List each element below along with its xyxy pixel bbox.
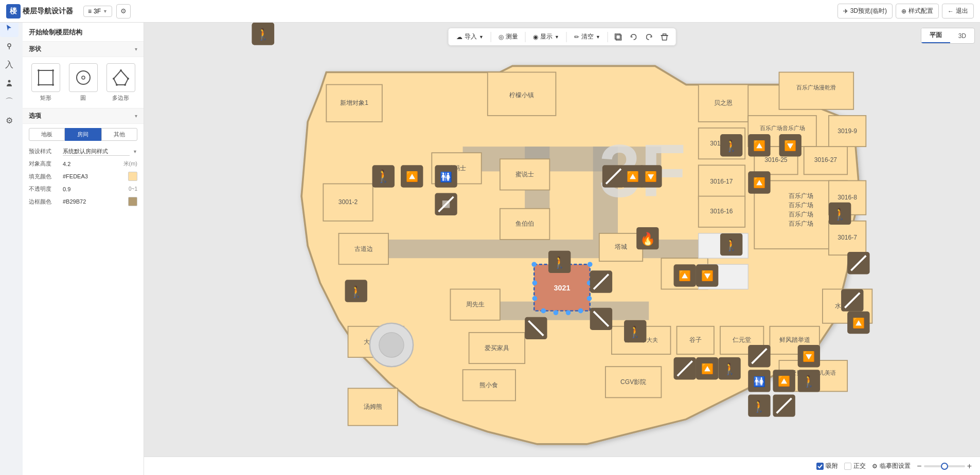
- svg-text:🚶: 🚶: [723, 362, 737, 376]
- floor-map[interactable]: 3F 新增对象1 柠檬小镇 3001-2 蜜说士 珍玛士 鱼伯伯 古道边: [144, 23, 980, 456]
- tab-other[interactable]: 其他: [101, 128, 137, 141]
- ortho-checkbox[interactable]: [844, 463, 851, 470]
- preset-style-label: 预设样式: [29, 148, 60, 155]
- svg-text:百乐广场: 百乐广场: [789, 192, 813, 199]
- tab-floor[interactable]: 地板: [29, 128, 65, 141]
- zoom-thumb[interactable]: [941, 463, 948, 470]
- settings-tool-button[interactable]: ⚙: [0, 111, 19, 130]
- import-button[interactable]: ☁ 导入 ▼: [452, 30, 488, 43]
- icon-person-b1: 🚶: [624, 320, 646, 342]
- height-label: 对象高度: [29, 160, 60, 168]
- preview-3d-label: 3D预览(临时): [850, 7, 887, 15]
- undo-button[interactable]: [627, 31, 641, 43]
- floor-selector[interactable]: ≡ 3F ▼: [83, 6, 112, 17]
- circle-icon: [69, 63, 98, 92]
- capture-settings-item[interactable]: ⚙ 临摹图设置: [872, 462, 911, 470]
- chevron-down-icon: ▼: [103, 9, 108, 14]
- connection-tool-button[interactable]: ⌒: [0, 93, 19, 111]
- tab-flat-view[interactable]: 平面: [921, 28, 950, 43]
- svg-point-45: [587, 262, 593, 267]
- height-value: 4.2: [63, 161, 120, 167]
- svg-point-43: [531, 262, 537, 267]
- preset-style-select[interactable]: 系统默认房间样式: [63, 147, 130, 156]
- svg-text:百乐广场: 百乐广场: [789, 202, 813, 209]
- clear-button[interactable]: ✏ 清空 ▼: [570, 30, 604, 43]
- floor-settings-button[interactable]: ⚙: [116, 4, 131, 19]
- icon-elevator-r3: 🔽: [779, 134, 801, 156]
- icon-escalator-6: [847, 252, 869, 274]
- poi-tool-button[interactable]: [0, 37, 19, 56]
- svg-text:3016-27: 3016-27: [814, 156, 838, 163]
- polygon-label: 多边形: [112, 94, 129, 102]
- icon-person-r1: 🚶: [252, 23, 274, 45]
- icon-elevator-m1: 🔼: [674, 264, 696, 286]
- panel-title: 开始绘制楼层结构: [29, 28, 82, 36]
- app-logo: 楼 楼层导航设计器: [6, 4, 73, 19]
- icon-elevator-3: 🔽: [639, 165, 662, 187]
- measure-button[interactable]: ◎ 测量: [494, 30, 522, 43]
- divider-3: [566, 32, 567, 42]
- delete-button[interactable]: [657, 31, 672, 43]
- style-config-button[interactable]: ⊕ 样式配置: [896, 4, 939, 19]
- svg-text:🚶: 🚶: [724, 238, 739, 252]
- shape-rect[interactable]: 矩形: [29, 63, 62, 102]
- canvas-toolbar: ☁ 导入 ▼ ◎ 测量 ◉ 显示 ▼ ✏ 清空 ▼: [448, 28, 676, 46]
- undo-copy-button[interactable]: [611, 31, 626, 43]
- display-icon: ◉: [533, 33, 538, 41]
- icon-escalator-2: [435, 193, 457, 215]
- tab-room[interactable]: 房间: [65, 128, 101, 141]
- canvas-area[interactable]: ☁ 导入 ▼ ◎ 测量 ◉ 显示 ▼ ✏ 清空 ▼: [144, 23, 980, 456]
- icon-escalator-1: 🚶: [372, 165, 395, 187]
- svg-point-7: [77, 71, 90, 84]
- svg-point-51: [532, 296, 538, 301]
- redo-button[interactable]: [642, 31, 656, 43]
- icon-person-b2: 🚶: [718, 357, 740, 379]
- zoom-minus-button[interactable]: −: [917, 462, 921, 471]
- svg-point-47: [554, 310, 559, 315]
- display-chevron-icon: ▼: [555, 34, 559, 40]
- svg-text:熊小食: 熊小食: [479, 381, 498, 389]
- fill-color-swatch[interactable]: [128, 172, 137, 181]
- svg-text:3016-25: 3016-25: [764, 156, 788, 163]
- shape-polygon[interactable]: 多边形: [104, 63, 137, 102]
- svg-text:鱼伯伯: 鱼伯伯: [515, 220, 534, 227]
- entrance-tool-button[interactable]: 入: [0, 56, 19, 74]
- snap-label: 吸附: [826, 462, 838, 470]
- icon-escalator-8: [773, 394, 795, 416]
- ortho-checkbox-item[interactable]: 正交: [844, 462, 866, 470]
- capture-settings-label: 临摹图设置: [880, 462, 911, 470]
- svg-point-0: [8, 44, 11, 47]
- shape-circle[interactable]: 圆: [66, 63, 100, 102]
- options-chevron-icon: ▾: [135, 113, 137, 119]
- svg-text:🚶: 🚶: [833, 207, 847, 221]
- topbar: 楼 楼层导航设计器 ≡ 3F ▼ ⚙ ✈ 3D预览(临时) ⊕ 样式配置 ← 退…: [0, 0, 980, 23]
- svg-text:🔼: 🔼: [753, 140, 766, 152]
- exit-button[interactable]: ← 退出: [942, 4, 974, 19]
- icon-elevator-5: 🔽: [798, 345, 820, 367]
- snap-checkbox[interactable]: [816, 463, 824, 470]
- svg-point-1: [8, 80, 11, 83]
- tab-3d-view[interactable]: 3D: [950, 28, 974, 43]
- svg-text:百乐广场漫乾滑: 百乐广场漫乾滑: [796, 84, 836, 90]
- icon-elevator-b1: 🔼: [696, 357, 718, 379]
- zoom-slider[interactable]: [924, 465, 965, 467]
- snap-checkbox-item[interactable]: 吸附: [816, 462, 838, 470]
- border-color-swatch[interactable]: [128, 197, 137, 206]
- svg-text:🚶: 🚶: [802, 374, 816, 388]
- panel-header: 开始绘制楼层结构: [23, 23, 144, 41]
- svg-point-46: [541, 308, 546, 314]
- display-button[interactable]: ◉ 显示 ▼: [529, 30, 563, 43]
- svg-text:🚶: 🚶: [724, 139, 739, 153]
- icon-fire: 🔥: [636, 227, 658, 249]
- display-label: 显示: [540, 32, 553, 41]
- preview-3d-button[interactable]: ✈ 3D预览(临时): [838, 4, 893, 19]
- shapes-section-header[interactable]: 形状 ▾: [23, 41, 144, 57]
- person-tool-button[interactable]: [0, 74, 19, 93]
- icon-elevator-r2: 🔼: [748, 171, 770, 193]
- options-section-header[interactable]: 选项 ▾: [23, 108, 144, 124]
- zoom-plus-button[interactable]: +: [967, 462, 972, 471]
- icon-elevator-r4: 🔼: [847, 312, 869, 334]
- icon-restroom-2: 🚻: [748, 370, 770, 392]
- polygon-icon: [106, 63, 135, 92]
- svg-text:3016-7: 3016-7: [838, 234, 857, 241]
